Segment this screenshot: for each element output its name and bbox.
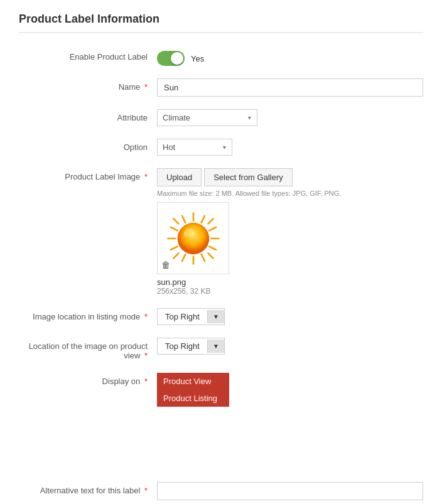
svg-line-13 [171, 246, 178, 249]
option-select-wrap: Hot [157, 139, 232, 156]
enable-control-wrap: Yes [157, 48, 423, 66]
svg-line-7 [173, 253, 178, 258]
svg-line-12 [209, 227, 216, 230]
svg-line-15 [201, 254, 204, 261]
listbox-item-product-view[interactable]: Product View [157, 373, 229, 390]
toggle-track [157, 51, 185, 66]
product-location-control-wrap: Top Right ▼ [157, 338, 423, 355]
delete-icon[interactable]: 🗑 [161, 260, 170, 270]
svg-line-9 [209, 246, 216, 249]
product-label-image-label: Product Label Image * [19, 168, 157, 181]
attribute-row: Attribute Climate [19, 109, 423, 126]
option-row: Option Hot [19, 139, 423, 156]
attribute-control-wrap: Climate [157, 109, 423, 126]
upload-button[interactable]: Upload [157, 168, 202, 186]
image-location-listing-label: Image location in listing mode * [19, 308, 157, 321]
image-location-product-row: Location of the image on product view * … [19, 338, 423, 360]
listbox-item-product-listing[interactable]: Product Listing [157, 390, 229, 407]
image-filename: sun.png [157, 277, 423, 287]
image-preview-box: 🗑 [157, 202, 229, 274]
alt-text-input[interactable] [157, 482, 423, 500]
alt-text-control-wrap [157, 482, 423, 500]
display-on-required: * [144, 377, 148, 386]
svg-line-10 [201, 216, 204, 223]
alt-text-row: Alternative text for this label * [19, 482, 423, 500]
page-container: Product Label Information Enable Product… [0, 0, 442, 504]
listing-dropdown-arrow[interactable]: ▼ [207, 310, 224, 323]
gallery-button[interactable]: Select from Gallery [204, 168, 293, 186]
alt-text-label: Alternative text for this label * [19, 482, 157, 495]
enable-toggle[interactable] [157, 51, 185, 66]
image-dimensions: 256x256, 32 KB [157, 287, 423, 296]
name-label: Name * [19, 78, 157, 92]
svg-line-4 [173, 218, 178, 223]
name-input[interactable] [157, 78, 423, 97]
name-control-wrap [157, 78, 423, 97]
file-note: Maximum file size: 2 MB. Allowed file ty… [157, 190, 423, 197]
svg-line-6 [208, 218, 213, 223]
image-location-product-label: Location of the image on product view * [19, 338, 157, 360]
attribute-label: Attribute [19, 109, 157, 122]
sun-image [165, 210, 222, 267]
listbox-empty-area [157, 407, 229, 469]
product-label-image-row: Product Label Image * Upload Select from… [19, 168, 423, 296]
product-required: * [144, 351, 148, 360]
product-dropdown-arrow[interactable]: ▼ [207, 340, 224, 353]
display-on-listbox[interactable]: Product View Product Listing [157, 373, 229, 469]
svg-line-5 [208, 253, 213, 258]
toggle-label: Yes [191, 54, 204, 63]
image-buttons: Upload Select from Gallery [157, 168, 423, 186]
option-control-wrap: Hot [157, 139, 423, 156]
name-row: Name * [19, 78, 423, 97]
enable-product-label-row: Enable Product Label Yes [19, 48, 423, 66]
image-control-wrap: Upload Select from Gallery Maximum file … [157, 168, 423, 296]
display-on-row: Display on * Product View Product Listin… [19, 373, 423, 469]
display-on-control-wrap: Product View Product Listing [157, 373, 423, 469]
svg-point-16 [177, 222, 208, 254]
attribute-select[interactable]: Climate [157, 109, 257, 126]
listing-required: * [144, 312, 148, 321]
image-location-listing-row: Image location in listing mode * Top Rig… [19, 308, 423, 325]
option-label: Option [19, 139, 157, 152]
product-location-value: Top Right [158, 338, 207, 354]
display-on-label: Display on * [19, 373, 157, 386]
listing-location-value: Top Right [158, 309, 207, 324]
listing-location-control-wrap: Top Right ▼ [157, 308, 423, 325]
svg-line-8 [171, 227, 178, 230]
attribute-select-wrap: Climate [157, 109, 257, 126]
toggle-thumb [171, 52, 183, 65]
image-required: * [144, 172, 148, 181]
product-dropdown[interactable]: Top Right ▼ [157, 338, 225, 355]
listing-dropdown[interactable]: Top Right ▼ [157, 308, 225, 325]
svg-line-14 [182, 216, 185, 223]
enable-label: Enable Product Label [19, 48, 157, 62]
page-title: Product Label Information [19, 13, 423, 33]
alt-text-required: * [144, 486, 148, 495]
name-required: * [144, 82, 148, 92]
toggle-wrap: Yes [157, 48, 423, 66]
svg-line-11 [182, 254, 185, 261]
option-select[interactable]: Hot [157, 139, 232, 156]
